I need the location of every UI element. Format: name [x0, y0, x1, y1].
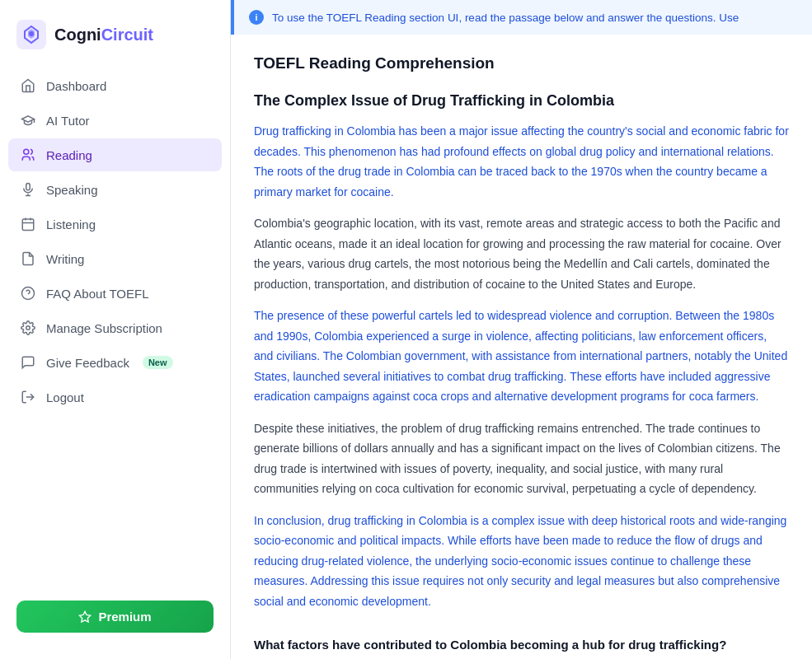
mic-icon — [20, 181, 36, 198]
svg-rect-6 — [22, 219, 34, 231]
graduation-icon — [20, 112, 36, 129]
info-icon: i — [249, 10, 264, 25]
svg-point-1 — [29, 31, 34, 36]
premium-button[interactable]: Premium — [16, 601, 214, 633]
sidebar-item-listening[interactable]: Listening — [8, 208, 222, 241]
sidebar-item-manage-subscription[interactable]: Manage Subscription — [8, 311, 222, 344]
gear-icon — [20, 320, 36, 336]
sidebar-item-label: Dashboard — [46, 79, 106, 93]
sidebar-item-label: Manage Subscription — [46, 321, 162, 335]
chat-icon — [20, 354, 36, 371]
question-section: What factors have contributed to Colombi… — [254, 638, 789, 659]
content-area: TOEFL Reading Comprehension The Complex … — [231, 35, 812, 659]
passage-paragraph-3: The presence of these powerful cartels l… — [254, 306, 789, 407]
new-badge: New — [143, 356, 173, 369]
premium-label: Premium — [98, 610, 151, 624]
passage-paragraph-2: Colombia's geographic location, with its… — [254, 213, 789, 294]
sidebar-item-give-feedback[interactable]: Give Feedback New — [8, 346, 222, 379]
main-content: i To use the TOEFL Reading section UI, r… — [231, 0, 812, 659]
logout-icon — [20, 389, 36, 405]
passage-container: The Complex Issue of Drug Trafficking in… — [254, 92, 789, 611]
svg-point-2 — [24, 149, 29, 154]
info-banner-text: To use the TOEFL Reading section UI, rea… — [272, 12, 739, 24]
sidebar-item-label: Speaking — [46, 183, 98, 197]
calendar-icon — [20, 216, 36, 232]
sidebar-item-faq[interactable]: FAQ About TOEFL — [8, 277, 222, 310]
svg-point-12 — [26, 326, 31, 330]
sidebar-item-label: Writing — [46, 252, 84, 266]
sidebar-item-reading[interactable]: Reading — [8, 138, 222, 171]
sidebar-item-label: Give Feedback — [46, 356, 129, 370]
svg-rect-3 — [26, 184, 31, 190]
sparkle-icon — [78, 610, 92, 624]
sidebar: CogniCircuit Dashboard AI Tutor Reading — [0, 0, 231, 659]
sidebar-item-label: Logout — [46, 390, 84, 404]
info-banner: i To use the TOEFL Reading section UI, r… — [231, 0, 812, 35]
question-text: What factors have contributed to Colombi… — [254, 638, 789, 652]
sidebar-item-ai-tutor[interactable]: AI Tutor — [8, 104, 222, 137]
nav-menu: Dashboard AI Tutor Reading Speaking List — [0, 69, 230, 592]
sidebar-item-label: AI Tutor — [46, 114, 90, 128]
sidebar-item-writing[interactable]: Writing — [8, 242, 222, 275]
logo-text: CogniCircuit — [54, 26, 153, 44]
file-icon — [20, 250, 36, 267]
logo-area: CogniCircuit — [0, 13, 230, 69]
sidebar-item-label: Listening — [46, 217, 96, 231]
sidebar-item-label: Reading — [46, 148, 92, 162]
sidebar-item-speaking[interactable]: Speaking — [8, 173, 222, 206]
home-icon — [20, 77, 36, 94]
passage-paragraph-4: Despite these initiatives, the problem o… — [254, 418, 789, 499]
svg-marker-14 — [80, 611, 91, 622]
passage-paragraph-5: In conclusion, drug trafficking in Colom… — [254, 511, 789, 612]
users-icon — [20, 147, 36, 163]
sidebar-bottom: Premium — [0, 592, 230, 646]
cognicircuit-logo-icon — [16, 20, 46, 49]
sidebar-item-dashboard[interactable]: Dashboard — [8, 69, 222, 102]
help-icon — [20, 285, 36, 301]
page-title: TOEFL Reading Comprehension — [254, 54, 789, 72]
passage-title: The Complex Issue of Drug Trafficking in… — [254, 92, 789, 110]
sidebar-item-logout[interactable]: Logout — [8, 381, 222, 414]
sidebar-item-label: FAQ About TOEFL — [46, 287, 149, 301]
passage-paragraph-1: Drug trafficking in Colombia has been a … — [254, 121, 789, 202]
